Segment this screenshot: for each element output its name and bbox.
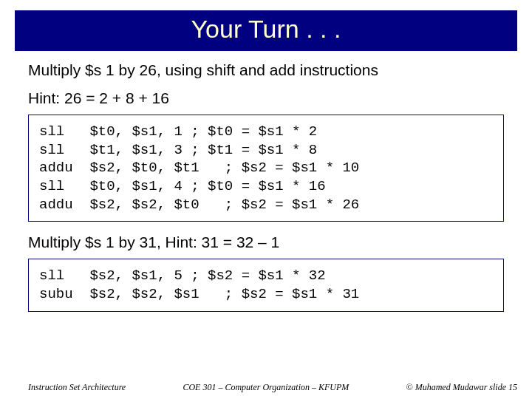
footer-right: © Muhamed Mudawar slide 15 <box>406 382 517 393</box>
code-box-1: sll $t0, $s1, 1 ; $t0 = $s1 * 2 sll $t1,… <box>28 115 504 222</box>
title-bar: Your Turn . . . <box>15 10 517 51</box>
code-block-1: sll $t0, $s1, 1 ; $t0 = $s1 * 2 sll $t1,… <box>39 123 493 214</box>
hint-line-1: Hint: 26 = 2 + 8 + 16 <box>28 89 532 107</box>
instruction-line-2: Multiply $s 1 by 31, Hint: 31 = 32 – 1 <box>28 233 532 251</box>
instruction-line-1: Multiply $s 1 by 26, using shift and add… <box>28 61 532 79</box>
slide-title: Your Turn . . . <box>191 15 341 43</box>
footer-left: Instruction Set Architecture <box>28 382 126 393</box>
code-block-2: sll $s2, $s1, 5 ; $s2 = $s1 * 32 subu $s… <box>39 267 493 303</box>
code-box-2: sll $s2, $s1, 5 ; $s2 = $s1 * 32 subu $s… <box>28 259 504 311</box>
footer-center: COE 301 – Computer Organization – KFUPM <box>126 382 406 393</box>
footer: Instruction Set Architecture COE 301 – C… <box>28 382 517 393</box>
